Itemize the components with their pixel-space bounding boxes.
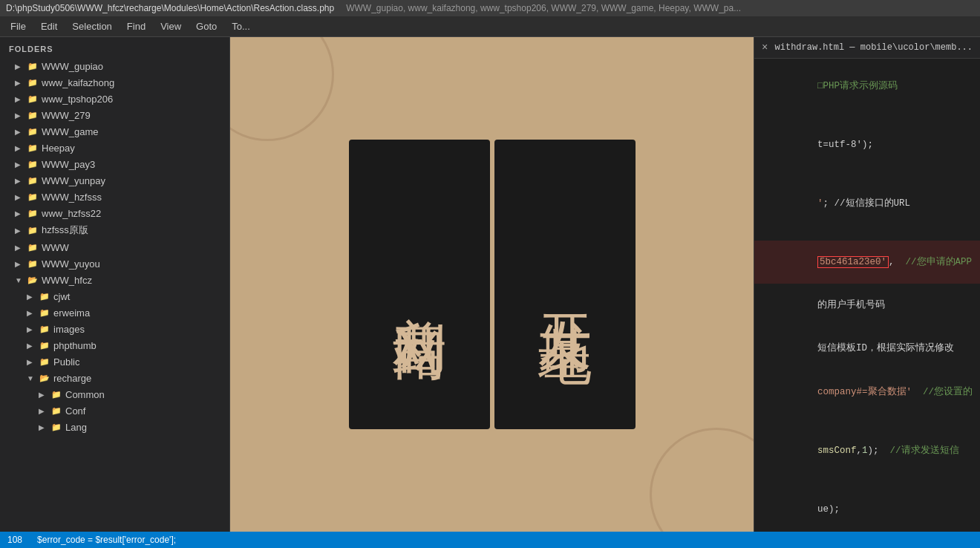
code-comment: //请求发送短信 [890, 446, 959, 456]
code-line [754, 166, 980, 182]
code-text: 的用户手机号码 [806, 300, 885, 310]
arrow-icon: ▶ [27, 358, 37, 366]
folder-icon: 📁 [27, 241, 39, 253]
folder-www-game[interactable]: ▶ 📁 WWW_game [0, 123, 229, 140]
arrow-icon: ▶ [15, 193, 25, 201]
menu-file[interactable]: File [3, 18, 33, 35]
folder-www-hzfsss[interactable]: ▶ 📁 WWW_hzfsss [0, 189, 229, 205]
folder-www-yuyou[interactable]: ▶ 📁 WWW_yuyou [0, 255, 229, 272]
folder-label: erweima [53, 307, 90, 319]
code-line: 短信模板ID，根据实际情况修改 [754, 327, 980, 371]
folder-label: Common [65, 389, 105, 400]
code-text: 短信模板ID，根据实际情况修改 [806, 343, 954, 353]
code-text [912, 387, 923, 397]
arrow-icon: ▶ [27, 309, 37, 317]
arrow-icon: ▶ [39, 407, 49, 415]
folder-open-icon: 📂 [39, 372, 50, 384]
arrow-icon: ▶ [27, 325, 37, 333]
folder-phpthumb[interactable]: ▶ 📁 phpthumb [0, 337, 229, 353]
folder-heepay[interactable]: ▶ 📁 Heepay [0, 140, 229, 156]
folder-icon: 📁 [50, 405, 62, 417]
code-text: company#=聚合数据' [806, 387, 912, 397]
folder-www-kaifazhong[interactable]: ▶ 📁 www_kaifazhong [0, 74, 229, 91]
folder-label: www_hzfss22 [42, 208, 101, 219]
deco-circle-br [650, 428, 754, 532]
folder-www-pay3[interactable]: ▶ 📁 WWW_pay3 [0, 156, 229, 172]
title-path: D:\phpStudy0506\WWW_hfcz\recharge\Module… [6, 3, 334, 13]
folder-recharge[interactable]: ▼ 📂 recharge [0, 370, 229, 386]
folder-www-hzfss22[interactable]: ▶ 📁 www_hzfss22 [0, 205, 229, 221]
arrow-icon: ▶ [15, 111, 25, 120]
folder-hzfsss-original[interactable]: ▶ 📁 hzfsss原版 [0, 221, 229, 239]
arrow-icon: ▶ [15, 260, 25, 268]
folder-icon: 📁 [27, 258, 39, 270]
folder-icon: 📁 [27, 76, 39, 88]
menu-edit[interactable]: Edit [33, 18, 65, 35]
menu-goto[interactable]: Goto [189, 18, 224, 35]
code-line [754, 225, 980, 241]
folder-cjwt[interactable]: ▶ 📁 cjwt [0, 288, 229, 304]
code-comment: //您设置的 [923, 387, 973, 397]
folder-www[interactable]: ▶ 📁 WWW [0, 239, 229, 255]
arrow-icon: ▶ [39, 423, 49, 431]
close-button[interactable]: × [762, 42, 768, 53]
folder-icon: 📁 [27, 142, 39, 154]
folder-label: phpthumb [53, 340, 97, 351]
open-files: WWW_gupiao, www_kaifazhong, www_tpshop20… [346, 3, 741, 13]
menu-selection[interactable]: Selection [65, 18, 119, 35]
folder-images[interactable]: ▶ 📁 images [0, 321, 229, 337]
right-panel: × withdraw.html — mobile\ucolor\memb... … [754, 37, 980, 532]
folder-lang[interactable]: ▶ 📁 Lang [0, 419, 229, 435]
arrow-icon: ▶ [15, 160, 25, 169]
folder-label: images [53, 324, 85, 335]
folder-label: Lang [65, 422, 87, 433]
folder-common[interactable]: ▶ 📁 Common [0, 386, 229, 402]
arrow-icon: ▶ [15, 209, 25, 218]
folder-www-hfcz[interactable]: ▼ 📂 WWW_hfcz [0, 272, 229, 288]
menu-view[interactable]: View [153, 18, 189, 35]
folder-icon: 📁 [27, 93, 39, 105]
folder-label: Conf [65, 405, 85, 417]
code-line: '; //短信接口的URL [754, 182, 980, 225]
code-text: smsConf [806, 446, 857, 456]
arrow-icon: ▶ [15, 95, 25, 103]
code-line [754, 472, 980, 488]
folder-icon: 📁 [27, 191, 39, 203]
code-text: ue); [806, 504, 840, 515]
code-text: t=utf-8'); [806, 140, 873, 150]
title-bar: D:\phpStudy0506\WWW_hfcz\recharge\Module… [0, 0, 980, 16]
status-line-number: 108 [7, 535, 22, 545]
folder-www-yunpay[interactable]: ▶ 📁 WWW_yunpay [0, 172, 229, 189]
folder-icon: 📁 [39, 290, 50, 302]
folder-public[interactable]: ▶ 📁 Public [0, 353, 229, 370]
folder-icon: 📁 [27, 109, 39, 121]
folder-conf[interactable]: ▶ 📁 Conf [0, 402, 229, 419]
code-text: ; //短信接口的URL [823, 198, 911, 209]
calligraphy-text-right: 开发基地 [531, 265, 599, 304]
folder-icon: 📁 [27, 60, 39, 72]
folder-icon: 📁 [50, 388, 62, 400]
folder-icon: 📁 [50, 421, 62, 433]
calligraphy-text-left: 普利站网 [385, 265, 454, 304]
folder-icon: 📁 [27, 207, 39, 219]
folder-www-gupiao[interactable]: ▶ 📁 WWW_gupiao [0, 58, 229, 74]
folder-label: WWW_gupiao [42, 61, 103, 72]
code-text: 1 [862, 446, 868, 456]
folder-label: WWW_279 [42, 110, 91, 121]
folder-icon: 📁 [27, 158, 39, 170]
folder-erweima[interactable]: ▶ 📁 erweima [0, 304, 229, 321]
code-content: □PHP请求示例源码 t=utf-8'); '; //短信接口的URL 5bc4… [754, 59, 980, 532]
calligraphy-container: 普利站网 开发基地 [349, 140, 636, 429]
folder-open-icon: 📂 [27, 274, 39, 286]
folder-icon: 📁 [39, 339, 50, 351]
code-text: ); [868, 446, 890, 456]
calligraphy-panel-left: 普利站网 [349, 140, 490, 429]
code-line: 的用户手机号码 [754, 284, 980, 327]
folder-www-279[interactable]: ▶ 📁 WWW_279 [0, 107, 229, 123]
folder-icon: 📁 [39, 307, 50, 319]
menu-find[interactable]: Find [120, 18, 153, 35]
menu-tools[interactable]: To... [224, 18, 258, 35]
folder-www-tpshop206[interactable]: ▶ 📁 www_tpshop206 [0, 91, 229, 107]
arrow-icon: ▶ [15, 79, 25, 87]
folder-label: Heepay [42, 143, 75, 154]
